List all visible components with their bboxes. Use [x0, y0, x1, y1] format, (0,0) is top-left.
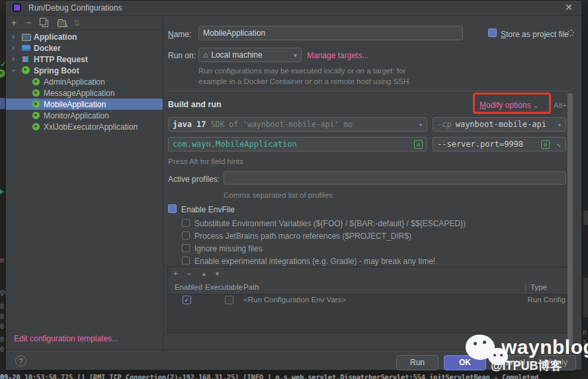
- name-input[interactable]: [198, 26, 463, 40]
- copy-config-icon[interactable]: [42, 20, 48, 27]
- active-profiles-hint: Comma separated list of profiles: [224, 191, 333, 199]
- macros-list-icon[interactable]: ≡: [541, 140, 550, 149]
- build-and-run-title: Build and run: [168, 100, 222, 109]
- spring-boot-run-config-icon: [32, 89, 40, 97]
- chevron-right-icon[interactable]: ›: [12, 32, 15, 41]
- tree-item-docker[interactable]: › Docker: [6, 42, 163, 54]
- main-class-field[interactable]: com.wayn.MobileApplication ≡: [168, 137, 427, 151]
- vertical-scrollbar[interactable]: [567, 93, 573, 346]
- spring-boot-run-config-icon: [32, 112, 40, 119]
- active-profiles-label: Active profiles:: [168, 175, 220, 184]
- background-text-fragment: n: [583, 329, 587, 336]
- tree-item-http-request[interactable]: › HTTP Request: [6, 54, 163, 65]
- add-row-button[interactable]: +: [173, 269, 178, 278]
- program-arguments-field[interactable]: --server.port=9998 ≡ ↕: [433, 137, 566, 151]
- background-text-fragment: 0: [0, 323, 4, 330]
- background-text-fragment: 0: [0, 346, 4, 353]
- store-as-project-file-label: Store as project file: [501, 30, 569, 39]
- tree-item-application[interactable]: › Application: [6, 31, 163, 42]
- row-executable-checkbox[interactable]: [225, 296, 233, 304]
- tree-item-mobileapplication[interactable]: MobileApplication: [6, 99, 163, 110]
- background-panel-fragment: [583, 278, 588, 317]
- remove-config-button[interactable]: −: [26, 17, 31, 28]
- run-debug-configurations-dialog: Run/Debug Configurations ✕ + − ⇅ › Appli…: [5, 0, 582, 370]
- background-text-fragment: m: [0, 257, 4, 264]
- tree-item-monitorapplication[interactable]: MonitorApplication: [6, 110, 163, 121]
- dialog-titlebar[interactable]: Run/Debug Configurations ✕: [6, 1, 581, 16]
- tree-item-adminapplication[interactable]: AdminApplication: [6, 76, 163, 87]
- row-path-value: <Run Configuration Env Vars>: [243, 296, 346, 304]
- help-button[interactable]: ?: [15, 355, 26, 366]
- modify-options-link[interactable]: Modify options ⌄: [480, 101, 539, 110]
- tree-item-xxljobexecutorapplication[interactable]: XxlJobExecutorApplication: [6, 121, 163, 132]
- dialog-title: Run/Debug Configurations: [28, 3, 122, 13]
- name-label: Name:: [168, 30, 191, 39]
- background-spring-icon: [0, 69, 5, 77]
- store-as-project-file-checkbox[interactable]: [488, 28, 497, 37]
- envfile-table-header: Enabled Executable Path Type: [168, 281, 571, 295]
- sort-configs-icon[interactable]: ⇅: [73, 18, 80, 28]
- ignore-missing-files-checkbox[interactable]: [182, 244, 190, 252]
- chevron-right-icon[interactable]: ›: [12, 43, 15, 52]
- spring-boot-icon: [22, 66, 30, 74]
- watermark-byline: @ITPUB博客: [491, 358, 562, 374]
- chevron-down-icon: ▾: [558, 121, 562, 128]
- run-on-select[interactable]: ⌂ Local machine ▾: [198, 48, 302, 62]
- docker-icon: [22, 45, 30, 51]
- spring-boot-run-config-icon: [32, 123, 40, 130]
- chevron-down-icon: ▾: [294, 52, 297, 59]
- run-on-label: Run on:: [168, 51, 196, 60]
- intellij-logo-icon: [13, 3, 21, 12]
- background-text-fragment: 0: [0, 303, 4, 310]
- background-text-fragment: 0: [0, 336, 4, 343]
- jre-select[interactable]: java 17 SDK of 'waynboot-mobile-api' mo …: [168, 117, 427, 132]
- target-hint-line1: Run configurations may be executed local…: [198, 67, 405, 75]
- substitute-env-vars-checkbox[interactable]: [182, 219, 190, 227]
- enable-envfile-checkbox[interactable]: [168, 204, 177, 213]
- row-type-value: Run Config: [527, 296, 566, 304]
- experimental-integrations-label: Enable experimental integrations (e.g. G…: [194, 257, 435, 266]
- envfile-table: + − ▲ ▼ Enabled Executable Path Type ✓ <…: [167, 267, 571, 333]
- background-arrow-fragment: [0, 189, 4, 194]
- row-enabled-checkbox[interactable]: ✓: [183, 296, 191, 304]
- envfile-table-row[interactable]: ✓ <Run Configuration Env Vars> Run Confi…: [168, 294, 571, 307]
- move-up-button[interactable]: ▲: [201, 271, 207, 277]
- close-icon[interactable]: ✕: [565, 2, 573, 13]
- new-folder-icon[interactable]: [58, 21, 66, 27]
- active-profiles-input[interactable]: [224, 171, 566, 185]
- chevron-down-icon: ⌄: [533, 101, 539, 109]
- target-hint-line2: example in a Docker Container or on a re…: [198, 77, 411, 85]
- watermark-name: waynblog: [501, 336, 588, 358]
- envfile-table-toolbar: + − ▲ ▼: [168, 267, 571, 282]
- class-list-icon[interactable]: ≡: [414, 140, 423, 149]
- http-request-icon: [22, 56, 29, 63]
- classpath-select[interactable]: -cp waynboot-mobile-api ▾: [433, 117, 566, 132]
- manage-targets-link[interactable]: Manage targets...: [307, 51, 368, 60]
- spring-boot-run-config-icon: [32, 101, 40, 108]
- tree-toolbar: + − ⇅: [6, 15, 163, 30]
- enable-envfile-label: Enable EnvFile: [181, 205, 235, 214]
- ignore-missing-files-label: Ignore missing files: [194, 244, 263, 253]
- field-hints-label: Press Alt for field hints: [168, 157, 243, 165]
- expand-field-icon[interactable]: ↕: [554, 141, 564, 150]
- move-down-button[interactable]: ▼: [214, 271, 220, 277]
- house-icon: ⌂: [203, 50, 208, 60]
- remove-row-button[interactable]: −: [187, 269, 191, 278]
- process-path-macros-checkbox[interactable]: [182, 232, 190, 239]
- background-selection-fragment: [0, 98, 5, 109]
- run-button[interactable]: Run: [396, 355, 439, 370]
- tree-item-spring-boot[interactable]: › Spring Boot: [6, 65, 163, 76]
- chevron-down-icon[interactable]: ›: [9, 69, 19, 72]
- edit-configuration-templates-link[interactable]: Edit configuration templates...: [14, 334, 118, 343]
- experimental-integrations-checkbox[interactable]: [182, 257, 190, 265]
- gear-icon[interactable]: [567, 30, 574, 36]
- background-text-fragment: 0: [0, 313, 4, 320]
- add-config-button[interactable]: +: [11, 17, 17, 28]
- application-icon: [22, 34, 31, 41]
- chevron-right-icon[interactable]: ›: [12, 54, 15, 63]
- substitute-env-vars-label: Substitute Environment Variables (${FOO}…: [194, 219, 466, 228]
- tree-item-messageapplication[interactable]: MessageApplication: [6, 87, 163, 99]
- spring-boot-run-config-icon: [32, 78, 40, 85]
- chevron-down-icon: ▾: [419, 121, 423, 128]
- background-panel-fragment: [583, 210, 588, 225]
